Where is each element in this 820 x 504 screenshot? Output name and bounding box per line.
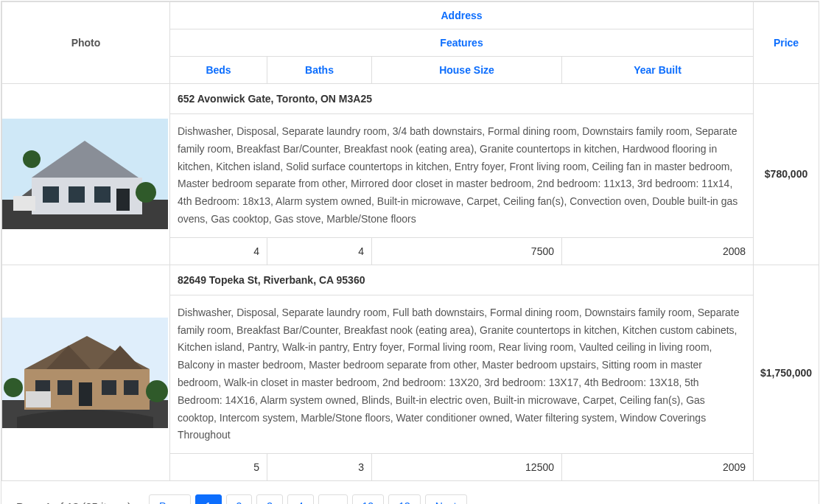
- listings-table: Photo Address Price Features Beds Baths …: [1, 1, 819, 481]
- svg-rect-21: [124, 380, 139, 395]
- pager-info: Page 1 of 13 (25 items): [16, 500, 131, 504]
- header-year-label[interactable]: Year Built: [634, 64, 681, 76]
- beds-cell: 5: [170, 454, 267, 481]
- svg-point-11: [136, 182, 156, 203]
- table-row: 652 Avonwick Gate, Toronto, ON M3A25 $78…: [2, 84, 819, 114]
- pager-page-button[interactable]: 12: [352, 494, 385, 504]
- header-size[interactable]: House Size: [372, 57, 562, 84]
- svg-rect-7: [94, 186, 111, 203]
- pager-page-button[interactable]: 1: [195, 494, 222, 504]
- pager-prev-button[interactable]: Prev: [149, 494, 191, 504]
- header-photo-label: Photo: [71, 37, 101, 49]
- header-address[interactable]: Address: [170, 2, 754, 29]
- pager-bar: Page 1 of 13 (25 items) Prev 1 2 3 4 ...…: [1, 481, 819, 504]
- header-beds[interactable]: Beds: [170, 57, 267, 84]
- pager: Prev 1 2 3 4 ... 12 13 Next: [149, 494, 467, 504]
- photo-cell: [2, 84, 170, 265]
- svg-rect-6: [69, 186, 85, 203]
- table-row: 82649 Topeka St, Riverbank, CA 95360 $1,…: [2, 265, 819, 295]
- pager-page-button[interactable]: 2: [226, 494, 253, 504]
- svg-rect-23: [26, 391, 51, 407]
- baths-cell: 4: [267, 237, 372, 265]
- pager-page-button[interactable]: 4: [287, 494, 314, 504]
- beds-cell: 4: [170, 237, 267, 265]
- header-year[interactable]: Year Built: [562, 57, 754, 84]
- svg-rect-9: [13, 196, 35, 211]
- header-price-label[interactable]: Price: [774, 37, 799, 49]
- header-baths-label[interactable]: Baths: [305, 64, 334, 76]
- baths-cell: 3: [267, 454, 372, 481]
- pager-next-button[interactable]: Next: [425, 494, 467, 504]
- pager-page-button[interactable]: 13: [388, 494, 421, 504]
- header-features[interactable]: Features: [170, 29, 754, 57]
- header-photo: Photo: [2, 2, 170, 84]
- features-cell: Dishwasher, Disposal, Separate laundry r…: [170, 114, 754, 238]
- pager-page-button[interactable]: 3: [256, 494, 283, 504]
- price-cell: $780,000: [754, 84, 819, 265]
- address-cell: 82649 Topeka St, Riverbank, CA 95360: [170, 265, 754, 295]
- year-cell: 2009: [562, 454, 754, 481]
- pager-ellipsis: ...: [318, 494, 348, 504]
- header-address-label[interactable]: Address: [441, 10, 483, 21]
- year-cell: 2008: [562, 237, 754, 265]
- svg-rect-22: [79, 382, 92, 406]
- price-cell: $1,750,000: [754, 265, 819, 480]
- header-features-label[interactable]: Features: [440, 37, 483, 49]
- house-photo-icon: [2, 119, 168, 229]
- size-cell: 7500: [372, 237, 562, 265]
- photo-cell: [2, 265, 170, 480]
- svg-rect-5: [43, 186, 59, 203]
- header-size-label[interactable]: House Size: [439, 64, 494, 76]
- svg-rect-8: [116, 189, 130, 211]
- features-cell: Dishwasher, Disposal, Separate laundry r…: [170, 295, 754, 453]
- header-price[interactable]: Price: [754, 2, 819, 84]
- svg-point-24: [4, 378, 23, 397]
- table-header: Photo Address Price Features Beds Baths …: [2, 2, 819, 84]
- house-photo-icon: [2, 318, 168, 428]
- size-cell: 12500: [372, 454, 562, 481]
- svg-point-25: [146, 380, 168, 402]
- svg-rect-20: [102, 380, 116, 395]
- table-body: 652 Avonwick Gate, Toronto, ON M3A25 $78…: [2, 84, 819, 481]
- header-beds-label[interactable]: Beds: [206, 64, 231, 76]
- header-baths[interactable]: Baths: [267, 57, 372, 84]
- svg-rect-19: [57, 380, 72, 395]
- svg-point-10: [23, 150, 41, 168]
- address-cell: 652 Avonwick Gate, Toronto, ON M3A25: [170, 84, 754, 114]
- data-grid: Photo Address Price Features Beds Baths …: [1, 1, 819, 504]
